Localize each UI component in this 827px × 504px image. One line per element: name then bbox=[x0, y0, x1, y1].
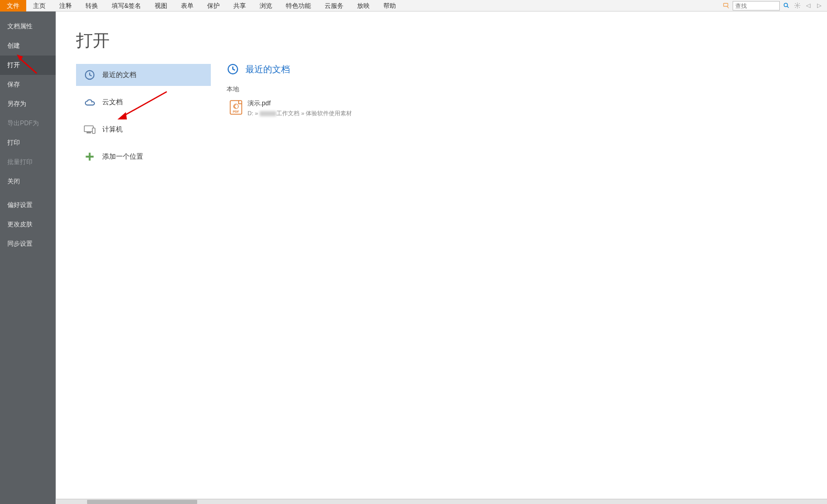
source-cloud[interactable]: 云文档 bbox=[76, 91, 206, 113]
svg-point-1 bbox=[784, 3, 788, 7]
sidebar-item-open[interactable]: 打开 bbox=[0, 56, 56, 75]
scroll-thumb[interactable] bbox=[87, 500, 197, 504]
clock-icon bbox=[227, 63, 239, 75]
search-button[interactable] bbox=[781, 1, 791, 10]
ribbon-tab-featured[interactable]: 特色功能 bbox=[279, 0, 318, 12]
gear-icon[interactable] bbox=[792, 1, 802, 10]
open-panel: 打开 最近的文档 云文档 bbox=[56, 12, 827, 504]
computer-icon bbox=[83, 123, 96, 136]
sidebar-item-create[interactable]: 创建 bbox=[0, 36, 56, 56]
recent-file-item[interactable]: PDF 演示.pdf D: » 工作文档 » 体验软件使用素材 bbox=[227, 97, 827, 119]
sidebar-item-docprops[interactable]: 文档属性 bbox=[0, 17, 56, 36]
ribbon-tab-share[interactable]: 共享 bbox=[227, 0, 253, 12]
sidebar-item-exportpdf[interactable]: 导出PDF为 bbox=[0, 114, 56, 133]
page-title: 打开 bbox=[76, 29, 206, 52]
find-icon[interactable] bbox=[722, 1, 731, 10]
ribbon-tab-file[interactable]: 文件 bbox=[0, 0, 26, 12]
recent-title: 最近的文档 bbox=[245, 63, 290, 75]
file-path: D: » 工作文档 » 体验软件使用素材 bbox=[248, 109, 352, 117]
sidebar-item-saveas[interactable]: 另存为 bbox=[0, 94, 56, 114]
ribbon-tab-protect[interactable]: 保护 bbox=[200, 0, 227, 12]
pdf-icon: PDF bbox=[230, 100, 242, 115]
cloud-icon bbox=[83, 96, 96, 108]
sidebar-item-print[interactable]: 打印 bbox=[0, 133, 56, 152]
sidebar-item-preferences[interactable]: 偏好设置 bbox=[0, 195, 56, 215]
svg-rect-5 bbox=[87, 132, 91, 133]
ribbon-bar: 文件 主页 注释 转换 填写&签名 视图 表单 保护 共享 浏览 特色功能 云服… bbox=[0, 0, 827, 12]
source-recent[interactable]: 最近的文档 bbox=[76, 64, 211, 86]
sidebar-item-save[interactable]: 保存 bbox=[0, 75, 56, 94]
ribbon-tab-comment[interactable]: 注释 bbox=[52, 0, 79, 12]
source-computer[interactable]: 计算机 bbox=[76, 118, 206, 140]
sidebar-item-close[interactable]: 关闭 bbox=[0, 172, 56, 191]
svg-rect-0 bbox=[724, 3, 728, 6]
ribbon-tab-play[interactable]: 放映 bbox=[350, 0, 377, 12]
nav-prev-icon[interactable]: ◁ bbox=[803, 1, 813, 10]
svg-text:PDF: PDF bbox=[233, 110, 239, 113]
ribbon-controls: ◁ ▷ bbox=[722, 1, 827, 10]
horizontal-scrollbar[interactable] bbox=[56, 499, 827, 504]
file-sidebar: 文档属性 创建 打开 保存 另存为 导出PDF为 打印 批量打印 关闭 偏好设置… bbox=[0, 12, 56, 504]
ribbon-tab-form[interactable]: 表单 bbox=[174, 0, 200, 12]
clock-icon bbox=[83, 69, 96, 81]
sidebar-item-changeskin[interactable]: 更改皮肤 bbox=[0, 215, 56, 234]
nav-next-icon[interactable]: ▷ bbox=[814, 1, 824, 10]
file-name: 演示.pdf bbox=[248, 99, 352, 108]
ribbon-tab-browse[interactable]: 浏览 bbox=[253, 0, 279, 12]
source-addlocation[interactable]: 添加一个位置 bbox=[76, 146, 206, 168]
ribbon-tab-convert[interactable]: 转换 bbox=[79, 0, 105, 12]
source-label: 计算机 bbox=[102, 125, 123, 134]
search-input[interactable] bbox=[733, 1, 780, 10]
sidebar-item-syncsettings[interactable]: 同步设置 bbox=[0, 234, 56, 254]
ribbon-tab-fillsign[interactable]: 填写&签名 bbox=[105, 0, 148, 12]
blurred-segment bbox=[260, 111, 276, 116]
svg-point-2 bbox=[796, 5, 798, 6]
svg-rect-6 bbox=[92, 128, 95, 133]
ribbon-tab-cloud[interactable]: 云服务 bbox=[318, 0, 350, 12]
source-label: 添加一个位置 bbox=[102, 152, 143, 161]
sidebar-item-batchprint[interactable]: 批量打印 bbox=[0, 152, 56, 172]
local-label: 本地 bbox=[227, 85, 827, 94]
ribbon-tab-help[interactable]: 帮助 bbox=[377, 0, 403, 12]
source-label: 云文档 bbox=[102, 97, 123, 107]
source-label: 最近的文档 bbox=[102, 70, 136, 80]
ribbon-tab-view[interactable]: 视图 bbox=[148, 0, 174, 12]
ribbon-tab-home[interactable]: 主页 bbox=[26, 0, 52, 12]
svg-rect-4 bbox=[84, 126, 93, 132]
plus-icon bbox=[83, 150, 96, 163]
